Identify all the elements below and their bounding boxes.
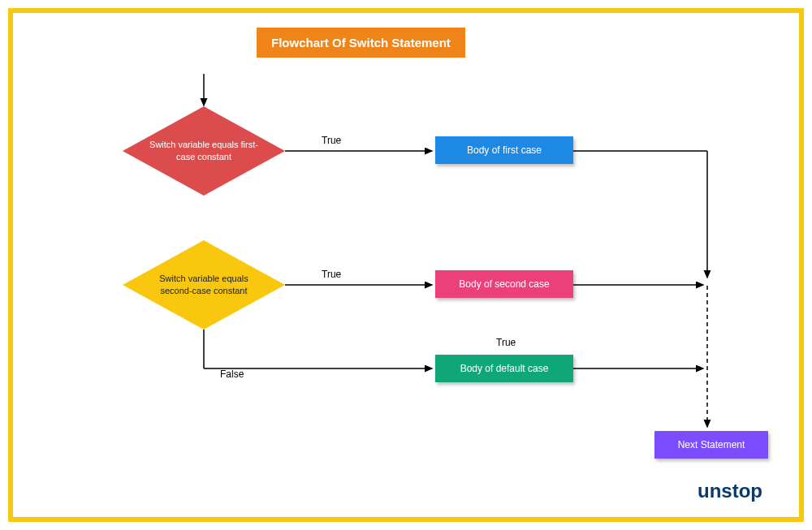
- body-first-case: Body of first case: [435, 136, 573, 164]
- decision-second-case: Switch variable equals second-case const…: [123, 240, 285, 330]
- edge-label-false: False: [220, 368, 244, 380]
- body-default-case: Body of default case: [435, 355, 573, 382]
- diagram-frame: Flowchart Of Switch Statement Switch var…: [8, 8, 804, 522]
- edge-label-true-3: True: [496, 337, 516, 348]
- decision-first-case-text: Switch variable equals first-case consta…: [123, 139, 285, 164]
- decision-first-case: Switch variable equals first-case consta…: [123, 106, 285, 196]
- edge-label-true-2: True: [322, 269, 341, 280]
- decision-second-case-text: Switch variable equals second-case const…: [123, 273, 285, 298]
- edge-label-true-1: True: [322, 135, 341, 146]
- diagram-title: Flowchart Of Switch Statement: [257, 28, 465, 58]
- next-statement: Next Statement: [654, 431, 768, 459]
- body-second-case: Body of second case: [435, 270, 573, 298]
- logo-suffix: stop: [721, 480, 762, 502]
- logo-prefix: un: [698, 480, 721, 502]
- brand-logo: unstop: [698, 480, 762, 502]
